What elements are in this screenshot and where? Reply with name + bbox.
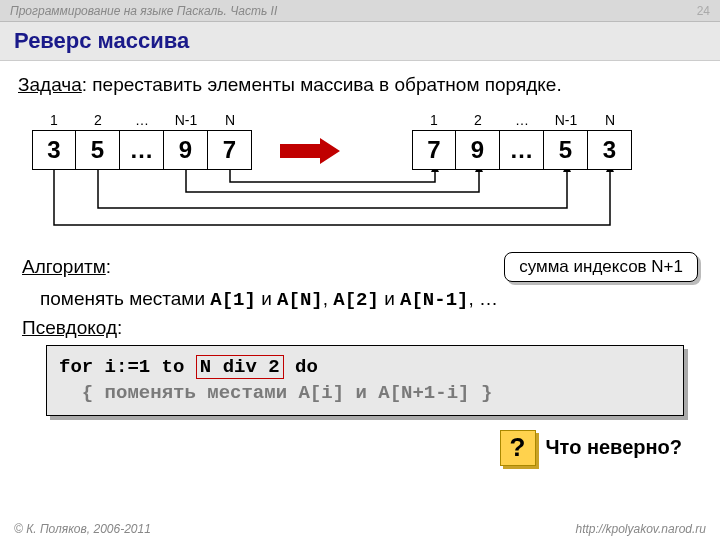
arrow-icon — [280, 136, 360, 166]
swap-connectors — [32, 170, 712, 250]
array-diagram: 12…N-1N 35…97 12…N-1N 79…53 — [32, 112, 688, 252]
cell: 7 — [208, 130, 252, 170]
code-line-1: for i:=1 to N div 2 do — [59, 354, 671, 381]
svg-marker-2 — [563, 170, 571, 172]
course-name: Программирование на языке Паскаль. Часть… — [10, 4, 277, 18]
cell: 3 — [588, 130, 632, 170]
svg-marker-0 — [280, 138, 340, 164]
cell: … — [120, 130, 164, 170]
content: Задача: переставить элементы массива в о… — [0, 61, 720, 466]
svg-marker-4 — [431, 170, 439, 172]
pseudocode-label: Псевдокод: — [22, 317, 698, 339]
copyright: © К. Поляков, 2006-2011 — [14, 522, 151, 536]
title-bar: Реверс массива — [0, 22, 720, 61]
svg-marker-1 — [606, 170, 614, 172]
question-mark-icon: ? — [500, 430, 536, 466]
cell: 3 — [32, 130, 76, 170]
cell: 9 — [456, 130, 500, 170]
task-text: Задача: переставить элементы массива в о… — [18, 73, 702, 98]
code-line-2: { поменять местами A[i] и A[N+1-i] } — [59, 380, 671, 407]
swap-description: поменять местами A[1] и A[N], A[2] и A[N… — [40, 288, 698, 311]
code-box: for i:=1 to N div 2 do { поменять местам… — [46, 345, 684, 416]
index-sum-badge: сумма индексов N+1 — [504, 252, 698, 282]
cell: 5 — [76, 130, 120, 170]
svg-marker-3 — [475, 170, 483, 172]
algorithm-row: Алгоритм: сумма индексов N+1 — [22, 252, 698, 282]
labels-left: 12…N-1N — [32, 112, 252, 128]
algorithm-label: Алгоритм: — [22, 256, 111, 278]
question-text: Что неверно? — [546, 436, 682, 459]
task-label: Задача — [18, 74, 82, 95]
slide-header: Программирование на языке Паскаль. Часть… — [0, 0, 720, 22]
footer-url: http://kpolyakov.narod.ru — [575, 522, 706, 536]
page-number: 24 — [697, 4, 710, 18]
highlighted-expr: N div 2 — [196, 355, 284, 379]
cell: 9 — [164, 130, 208, 170]
cell: 5 — [544, 130, 588, 170]
slide-title: Реверс массива — [14, 28, 706, 54]
question-row: ? Что неверно? — [18, 430, 682, 466]
labels-right: 12…N-1N — [412, 112, 632, 128]
cell: 7 — [412, 130, 456, 170]
array-right: 79…53 — [412, 130, 632, 170]
slide-footer: © К. Поляков, 2006-2011 http://kpolyakov… — [0, 522, 720, 536]
cell: … — [500, 130, 544, 170]
array-left: 35…97 — [32, 130, 252, 170]
